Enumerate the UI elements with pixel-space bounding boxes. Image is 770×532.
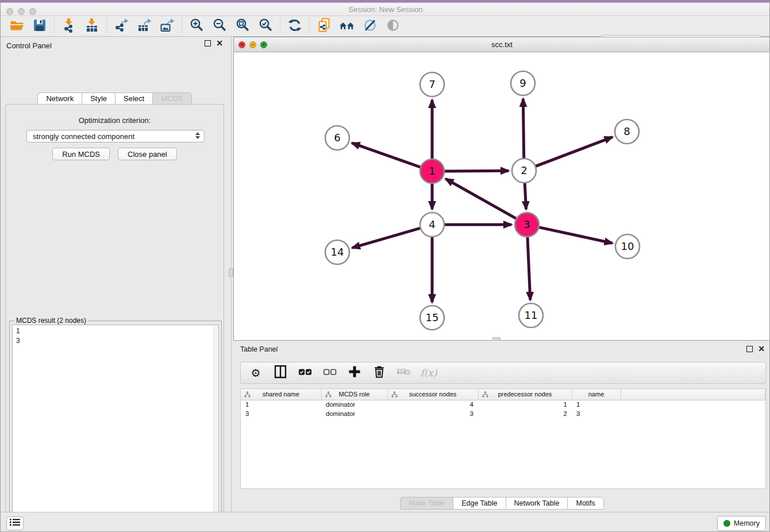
cell-predecessor-nodes[interactable]: 1 (478, 400, 572, 409)
eye-button[interactable] (382, 17, 405, 36)
zoom-fit-button[interactable] (231, 17, 254, 36)
graph-node-8[interactable]: 8 (615, 119, 639, 144)
hide-graphics-button[interactable] (359, 17, 382, 36)
network-graph[interactable]: 7968124314101511 (234, 52, 770, 340)
close-panel-icon[interactable]: ✕ (758, 346, 765, 352)
delete-column-button[interactable] (371, 364, 387, 382)
cell-name[interactable]: 1 (572, 400, 621, 409)
tab-motifs[interactable]: Motifs (567, 497, 603, 510)
close-panel-button[interactable]: Close panel (118, 148, 177, 160)
save-session-button[interactable] (28, 17, 51, 36)
table-settings-button[interactable]: ⚙ (248, 364, 264, 382)
maximize-window-button[interactable] (29, 8, 36, 15)
table-row[interactable]: 3 dominator 3 2 3 (241, 409, 765, 418)
graph-node-4[interactable]: 4 (420, 213, 444, 237)
tab-select[interactable]: Select (115, 92, 152, 105)
tab-style[interactable]: Style (82, 92, 115, 105)
graph-node-2[interactable]: 2 (512, 159, 536, 183)
column-header-name[interactable]: name (572, 389, 621, 400)
graph-node-14[interactable]: 14 (325, 240, 349, 264)
criterion-dropdown[interactable]: strongly connected component (26, 130, 205, 142)
graph-edge-2-3[interactable] (525, 181, 526, 209)
select-all-rows-button[interactable] (297, 364, 313, 382)
app-traffic-lights[interactable] (6, 8, 36, 15)
memory-button[interactable]: Memory (717, 516, 766, 531)
zoom-selected-button[interactable] (254, 17, 277, 36)
graph-edge-3-1[interactable] (446, 179, 518, 219)
zoom-in-button[interactable] (185, 17, 208, 36)
svg-text:3: 3 (523, 218, 530, 230)
float-panel-icon[interactable] (205, 40, 211, 47)
graph-node-1[interactable]: 1 (420, 159, 444, 183)
houses-button[interactable] (336, 17, 359, 36)
deselect-all-rows-button[interactable] (322, 364, 338, 382)
graph-node-6[interactable]: 6 (325, 126, 349, 150)
refresh-layout-button[interactable] (283, 17, 306, 36)
zoom-out-button[interactable] (208, 17, 231, 36)
column-header-mcds-role[interactable]: MCDS role (321, 389, 387, 400)
graph-edge-4-14[interactable] (352, 228, 422, 248)
run-mcds-button[interactable]: Run MCDS (52, 148, 110, 160)
tab-node-table[interactable]: Node Table (400, 497, 453, 510)
float-panel-icon[interactable] (746, 346, 753, 352)
add-column-button[interactable] (346, 364, 363, 382)
tab-network[interactable]: Network (37, 92, 82, 105)
table-row[interactable]: 1 dominator 4 1 1 (241, 400, 765, 409)
open-session-icon (9, 18, 25, 35)
clone-network-button[interactable] (313, 17, 336, 36)
function-builder-button[interactable]: f(x) (421, 364, 437, 382)
minimize-network-button[interactable]: − (249, 41, 256, 48)
graph-edge-3-10[interactable] (537, 227, 613, 243)
cell-shared-name[interactable]: 1 (241, 400, 321, 409)
graph-edge-1-6[interactable] (352, 143, 422, 168)
column-header-successor-nodes[interactable]: successor nodes (387, 389, 478, 400)
cell-name[interactable]: 3 (572, 409, 621, 418)
network-window-titlebar[interactable]: ✕ − + scc.txt (234, 37, 770, 52)
export-network-button[interactable] (110, 17, 133, 36)
mcds-result-text[interactable]: 1 3 (12, 325, 219, 532)
tab-edge-table[interactable]: Edge Table (453, 497, 505, 510)
network-window-title: scc.txt (491, 40, 513, 49)
cell-shared-name[interactable]: 3 (241, 409, 321, 418)
task-history-button[interactable] (6, 516, 24, 530)
graph-edge-2-8[interactable] (534, 137, 613, 167)
graph-node-7[interactable]: 7 (420, 72, 444, 97)
graph-edge-3-11[interactable] (528, 235, 530, 300)
cell-mcds-role[interactable]: dominator (321, 409, 387, 418)
delete-table-button[interactable] (396, 364, 412, 382)
horizontal-splitter-handle[interactable] (492, 337, 500, 341)
graph-node-15[interactable]: 15 (420, 306, 444, 330)
close-window-button[interactable] (6, 8, 13, 15)
svg-text:10: 10 (621, 240, 634, 252)
column-header-predecessor-nodes[interactable]: predecessor nodes (478, 389, 572, 400)
open-session-button[interactable] (5, 17, 28, 36)
tab-mcds[interactable]: MCDS (152, 92, 191, 105)
graph-node-11[interactable]: 11 (519, 303, 543, 327)
vertical-splitter-handle[interactable] (229, 268, 233, 277)
maximize-network-button[interactable]: + (260, 41, 267, 48)
close-network-button[interactable]: ✕ (238, 41, 245, 48)
cell-predecessor-nodes[interactable]: 2 (478, 409, 572, 418)
toolbar-separator (280, 18, 280, 34)
cell-successor-nodes[interactable]: 4 (387, 400, 478, 409)
export-table-button[interactable] (133, 17, 156, 36)
import-table-icon (84, 18, 99, 35)
export-image-button[interactable] (156, 17, 179, 36)
app-titlebar[interactable]: Session: New Session (1, 3, 770, 16)
graph-node-10[interactable]: 10 (615, 234, 640, 259)
network-canvas[interactable]: 7968124314101511 (234, 52, 770, 340)
close-panel-icon[interactable]: ✕ (216, 40, 223, 47)
minimize-window-button[interactable] (18, 8, 25, 15)
cell-successor-nodes[interactable]: 3 (387, 409, 478, 418)
show-columns-button[interactable] (272, 364, 288, 382)
import-table-button[interactable] (80, 17, 103, 36)
cell-mcds-role[interactable]: dominator (321, 400, 387, 409)
tab-network-table[interactable]: Network Table (506, 497, 568, 510)
graph-edge-1-2[interactable] (442, 171, 509, 171)
graph-node-3[interactable]: 3 (515, 213, 539, 237)
import-network-button[interactable] (57, 17, 80, 36)
graph-edge-2-9[interactable] (523, 99, 523, 160)
graph-node-9[interactable]: 9 (511, 71, 535, 95)
result-scrollbar[interactable] (213, 325, 218, 532)
column-header-shared-name[interactable]: shared name (241, 389, 321, 400)
